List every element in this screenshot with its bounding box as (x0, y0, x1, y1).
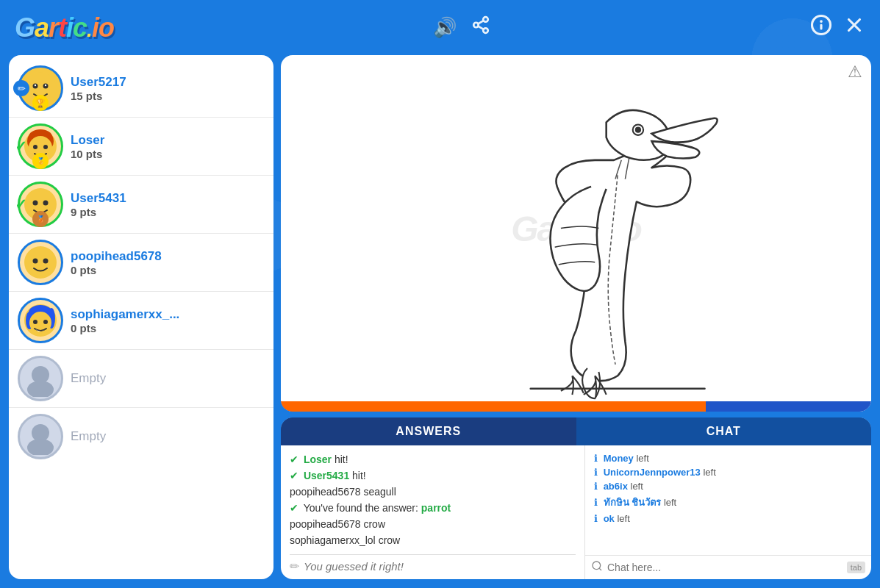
canvas-inner: Gartic.io (281, 55, 871, 401)
player-info: Empty (71, 429, 265, 444)
tabs-row: ANSWERS CHAT (281, 417, 871, 445)
chat-input[interactable] (607, 562, 843, 573)
chat-username: Money (604, 453, 634, 464)
player-name: User5217 (71, 75, 265, 90)
player-pts: 0 pts (71, 264, 265, 276)
answer-user: poopihead5678 (290, 518, 361, 530)
svg-point-14 (45, 85, 46, 86)
svg-point-27 (43, 259, 49, 264)
svg-point-40 (635, 127, 641, 133)
answer-correct-reveal: ✔ You've found the answer: parrot (290, 500, 576, 516)
progress-bar-fill (281, 401, 706, 412)
avatar-empty (18, 356, 63, 401)
svg-point-26 (33, 259, 38, 264)
svg-point-38 (27, 439, 54, 455)
chat-username: ok (604, 513, 615, 524)
sound-button[interactable]: 🔊 (433, 16, 457, 39)
answer-line: sophiagamerxx_lol crow (290, 532, 576, 548)
answer-user: sophiagamerxx_lol (290, 534, 376, 546)
bird-drawing (281, 55, 871, 401)
player-avatar-wrap: ✓ 🥉 (18, 182, 63, 227)
answer-line: ✔ User5431 hit! (290, 467, 576, 484)
player-avatar-wrap: ✓ 🥇 (18, 123, 63, 169)
bottom-panel: ANSWERS CHAT ✔ Loser hit! ✔ User5431 hit… (281, 417, 871, 579)
info-icon: ℹ (594, 497, 598, 508)
info-icon: ℹ (594, 513, 598, 524)
svg-point-23 (33, 201, 38, 206)
pencil-badge: ✏ (13, 80, 29, 96)
avatar (18, 298, 63, 343)
chat-message: ℹ UnicornJennpower13 left (594, 465, 862, 479)
header-right (810, 14, 865, 41)
share-button[interactable] (471, 15, 490, 40)
player-avatar-wrap (18, 414, 63, 459)
player-name-empty: Empty (71, 371, 265, 386)
avatar-empty (18, 414, 63, 459)
header: Gartic.io 🔊 (0, 0, 880, 55)
svg-point-13 (35, 85, 36, 86)
svg-line-3 (479, 26, 484, 29)
tab-content: ✔ Loser hit! ✔ User5431 hit! poopihead56… (281, 445, 871, 579)
player-pts: 9 pts (71, 206, 265, 218)
tab-answers[interactable]: ANSWERS (281, 417, 576, 445)
player-item-empty: Empty (9, 350, 273, 408)
header-center: 🔊 (433, 15, 490, 40)
svg-line-4 (479, 21, 484, 24)
search-icon (591, 560, 603, 575)
pencil-icon: ✏ (290, 559, 299, 573)
info-icon: ℹ (594, 481, 598, 492)
info-icon: ℹ (594, 467, 598, 478)
rank-badge: 🥉 (32, 211, 49, 227)
tab-badge: tab (847, 562, 865, 573)
answer-line: poopihead5678 seagull (290, 484, 576, 500)
player-item: sophiagamerxx_... 0 pts (9, 292, 273, 350)
player-info: Loser 10 pts (71, 133, 265, 160)
check-icon: ✔ (290, 502, 298, 514)
player-info: Empty (71, 371, 265, 386)
player-avatar-wrap (18, 356, 63, 401)
answer-reveal-text: You've found the answer: (304, 502, 421, 514)
answer-user: Loser (304, 453, 332, 465)
answer-text: hit! (352, 470, 366, 481)
canvas-area: ⚠ Gartic.io (281, 55, 871, 412)
rank-badge: 🥇 (32, 153, 49, 169)
close-button[interactable] (843, 14, 865, 41)
svg-point-25 (24, 246, 57, 279)
player-avatar-wrap (18, 298, 63, 343)
player-item: poopihead5678 0 pts (9, 234, 273, 292)
logo-container: Gartic.io (15, 12, 114, 43)
chat-message: ℹ Money left (594, 451, 862, 465)
player-name: User5431 (71, 191, 265, 206)
svg-point-36 (27, 381, 54, 397)
player-item: ✓ 🥇 Loser (9, 118, 273, 176)
player-item-empty: Empty (9, 408, 273, 465)
check-mark: ✓ (15, 137, 27, 155)
check-icon: ✔ (290, 453, 298, 465)
answer-line: ✔ Loser hit! (290, 451, 576, 467)
player-info: User5431 9 pts (71, 191, 265, 218)
tab-chat[interactable]: CHAT (576, 417, 872, 445)
player-info: sophiagamerxx_... 0 pts (71, 307, 265, 334)
player-pts: 0 pts (71, 322, 265, 334)
svg-point-34 (43, 320, 48, 324)
rank-badge: 🏆 (32, 95, 49, 111)
logo: Gartic.io (15, 12, 114, 43)
player-avatar-wrap (18, 240, 63, 285)
info-button[interactable] (810, 14, 832, 41)
chat-action: left (703, 467, 715, 478)
chat-username: ทักษิน ชินวัตร (604, 497, 662, 508)
progress-bar (281, 401, 871, 412)
guess-input[interactable] (304, 560, 576, 573)
main-layout: ✏ 🏆 User5217 15 pts (0, 55, 880, 588)
answer-text: crow (363, 518, 385, 530)
player-item: ✏ 🏆 User5217 15 pts (9, 60, 273, 118)
players-panel: ✏ 🏆 User5217 15 pts (9, 55, 273, 579)
chat-messages: ℹ Money left ℹ UnicornJennpower13 left ℹ… (585, 445, 871, 555)
svg-point-21 (43, 145, 48, 149)
right-panel: ⚠ Gartic.io (281, 55, 871, 579)
answers-panel: ✔ Loser hit! ✔ User5431 hit! poopihead56… (281, 445, 585, 579)
player-name-empty: Empty (71, 429, 265, 444)
chat-username: ab6ix (604, 481, 628, 492)
chat-message: ℹ ab6ix left (594, 479, 862, 493)
svg-point-42 (593, 562, 601, 570)
